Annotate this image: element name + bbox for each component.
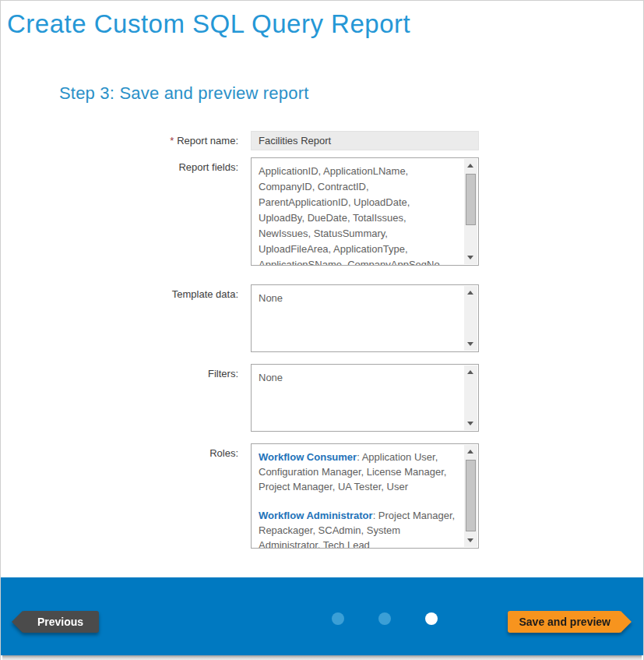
role-group-name: Workflow Administrator (259, 510, 373, 521)
page-bottom-shadow (2, 655, 642, 660)
roles-box[interactable]: Workflow Consumer: Application User, Con… (251, 443, 479, 549)
report-name-label-text: Report name: (177, 135, 238, 146)
scroll-up-icon[interactable] (464, 159, 477, 172)
wizard-page: Create Custom SQL Query Report Step 3: S… (0, 0, 644, 660)
report-name-label: *Report name: (1, 131, 238, 147)
wizard-footer: Previous Save and preview (1, 577, 644, 655)
report-name-input[interactable] (251, 131, 479, 150)
step-dot-3-active[interactable] (425, 612, 438, 625)
step-heading: Step 3: Save and preview report (59, 83, 643, 104)
report-fields-scrollbar[interactable] (464, 159, 477, 264)
step-dot-1[interactable] (332, 612, 344, 625)
roles-text: Workflow Consumer: Application User, Con… (252, 444, 478, 549)
scroll-down-icon[interactable] (464, 337, 477, 351)
role-separator: : (373, 510, 378, 521)
role-group: Workflow Administrator: Project Manager,… (259, 508, 458, 549)
previous-button[interactable]: Previous (22, 611, 99, 633)
report-fields-box[interactable]: ApplicationID, ApplicationLName, Company… (251, 157, 479, 266)
page-title: Create Custom SQL Query Report (7, 9, 643, 40)
roles-scrollbar[interactable] (464, 445, 477, 547)
template-data-row: Template data: None (1, 284, 643, 352)
role-group: Workflow Consumer: Application User, Con… (259, 450, 458, 494)
template-data-scrollbar[interactable] (464, 286, 477, 351)
scroll-down-icon[interactable] (464, 534, 477, 547)
scroll-down-icon[interactable] (464, 251, 477, 264)
report-form: *Report name: Report fields: Application… (1, 131, 643, 549)
scroll-up-icon[interactable] (464, 365, 477, 379)
save-and-preview-button[interactable]: Save and preview (508, 611, 621, 633)
report-fields-text: ApplicationID, ApplicationLName, Company… (252, 158, 478, 266)
template-data-label: Template data: (1, 284, 238, 301)
scrollbar-thumb[interactable] (466, 174, 476, 225)
roles-row: Roles: Workflow Consumer: Application Us… (1, 443, 643, 549)
filters-box[interactable]: None (251, 364, 479, 432)
filters-label: Filters: (1, 364, 238, 380)
report-fields-row: Report fields: ApplicationID, Applicatio… (1, 157, 643, 266)
step-indicator (332, 612, 438, 625)
roles-label: Roles: (1, 443, 238, 460)
scroll-up-icon[interactable] (464, 445, 477, 458)
filters-row: Filters: None (1, 364, 643, 432)
template-data-text: None (252, 285, 478, 306)
required-asterisk: * (170, 135, 174, 146)
filters-scrollbar[interactable] (464, 365, 477, 430)
template-data-box[interactable]: None (251, 284, 479, 352)
filters-text: None (252, 365, 478, 386)
scroll-up-icon[interactable] (464, 286, 477, 299)
report-name-row: *Report name: (1, 131, 643, 150)
step-dot-2[interactable] (378, 612, 391, 625)
scrollbar-thumb[interactable] (466, 460, 476, 531)
report-fields-label: Report fields: (1, 157, 238, 174)
role-group-name: Workflow Consumer (259, 451, 357, 463)
scroll-down-icon[interactable] (464, 417, 477, 430)
